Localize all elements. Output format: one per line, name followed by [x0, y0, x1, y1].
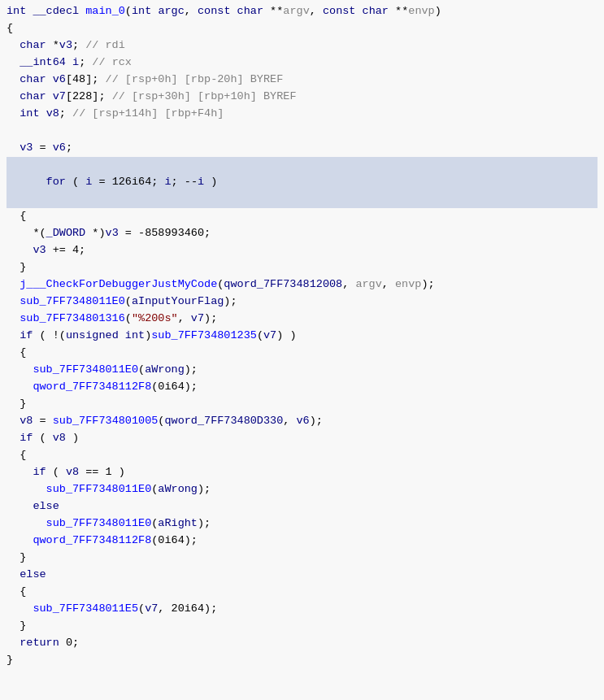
- code-line-25: {: [7, 447, 597, 464]
- code-line-13: v3 += 4;: [7, 242, 597, 259]
- code-line-26: if ( v8 == 1 ): [7, 464, 597, 481]
- code-line-28: else: [7, 498, 597, 515]
- code-line-12: *(_DWORD *)v3 = -858993460;: [7, 225, 597, 242]
- code-line-4: __int64 i; // rcx: [7, 54, 597, 72]
- code-line-27: sub_7FF7348011E0(aWrong);: [7, 481, 597, 498]
- code-line-24: if ( v8 ): [7, 430, 597, 447]
- code-line-33: {: [7, 584, 597, 601]
- code-line-3: char *v3; // rdi: [7, 37, 597, 54]
- code-line-8: [7, 123, 597, 140]
- code-line-35: }: [7, 618, 597, 635]
- code-line-19: {: [7, 345, 597, 362]
- code-line-29: sub_7FF7348011E0(aRight);: [7, 515, 597, 533]
- code-line-31: }: [7, 550, 597, 567]
- code-line-23: v8 = sub_7FF734801005(qword_7FF73480D330…: [7, 413, 597, 430]
- code-viewer: int __cdecl main_0(int argc, const char …: [0, 0, 604, 700]
- code-line-37: }: [7, 652, 597, 669]
- code-line-9: v3 = v6;: [7, 140, 597, 157]
- code-line-15: j___CheckForDebuggerJustMyCode(qword_7FF…: [7, 276, 597, 293]
- code-line-10: for ( i = 126i64; i; --i ): [7, 157, 597, 208]
- code-line-14: }: [7, 259, 597, 276]
- code-line-22: }: [7, 396, 597, 413]
- keyword-int: int: [7, 3, 26, 20]
- code-line-32: else: [7, 567, 597, 584]
- code-line-1: int __cdecl main_0(int argc, const char …: [7, 3, 597, 20]
- code-line-21: qword_7FF7348112F8(0i64);: [7, 379, 597, 396]
- code-line-30: qword_7FF7348112F8(0i64);: [7, 533, 597, 550]
- code-line-34: sub_7FF7348011E5(v7, 20i64);: [7, 601, 597, 618]
- code-line-17: sub_7FF734801316("%200s", v7);: [7, 311, 597, 328]
- code-line-6: char v7[228]; // [rsp+30h] [rbp+10h] BYR…: [7, 89, 597, 106]
- code-line-5: char v6[48]; // [rsp+0h] [rbp-20h] BYREF: [7, 72, 597, 89]
- code-line-16: sub_7FF7348011E0(aInputYourFlag);: [7, 293, 597, 311]
- code-line-36: return 0;: [7, 635, 597, 652]
- code-line-7: int v8; // [rsp+114h] [rbp+F4h]: [7, 106, 597, 123]
- code-line-20: sub_7FF7348011E0(aWrong);: [7, 362, 597, 379]
- code-line-2: {: [7, 20, 597, 37]
- code-line-18: if ( !(unsigned int)sub_7FF734801235(v7)…: [7, 328, 597, 345]
- code-line-11: {: [7, 208, 597, 225]
